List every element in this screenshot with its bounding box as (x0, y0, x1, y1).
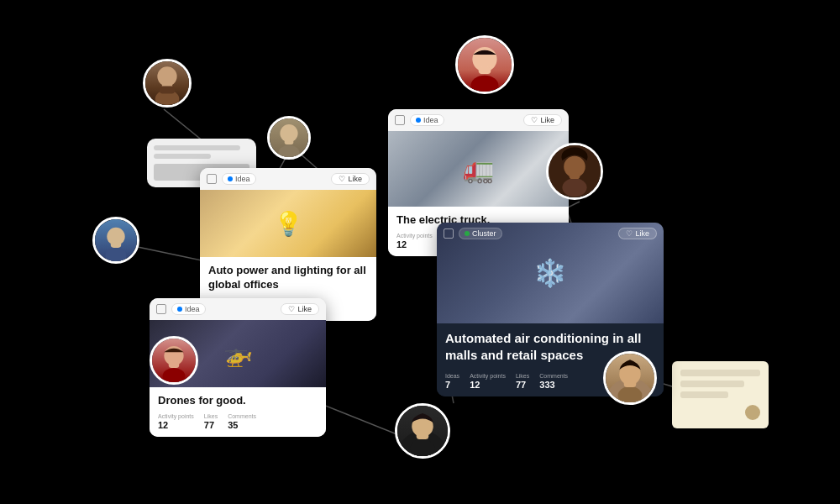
label-ac-ideas: Ideas (445, 373, 459, 379)
label-drones-likes: Likes (204, 413, 218, 419)
woman-afro-face (549, 145, 601, 197)
card-truck-header: Idea ♡ Like (388, 109, 569, 131)
svg-rect-19 (479, 67, 491, 74)
label-truck-activity: Activity points (396, 233, 433, 239)
card-drones-title: Drones for good. (158, 394, 318, 408)
mini-card-bottomright (672, 361, 769, 428)
svg-rect-23 (570, 173, 580, 179)
value-ac-activity: 12 (470, 380, 506, 390)
stat-ac-ideas: Ideas 7 (445, 373, 459, 390)
value-truck-activity: 12 (396, 239, 433, 249)
card-lighting-image (200, 190, 376, 257)
card-lighting-header: Idea ♡ Like (200, 168, 376, 190)
card-drones-body: Drones for good. Activity points 12 Like… (150, 387, 326, 437)
bearded-man-face (145, 61, 189, 105)
older-man-face (270, 118, 308, 157)
receipt-bar-2 (680, 381, 744, 387)
cluster-dot-ac (465, 231, 470, 236)
stat-ac-likes: Likes 77 (516, 373, 529, 390)
receipt-bar-1 (680, 370, 760, 376)
checkbox-ac[interactable] (444, 228, 454, 239)
svg-point-36 (618, 386, 643, 405)
stat-drones-activity: Activity points 12 (158, 413, 194, 430)
card-ac-header: Cluster ♡ Like (437, 223, 664, 244)
idea-dot-truck (416, 118, 421, 123)
svg-rect-37 (624, 381, 637, 387)
heart-icon-lighting: ♡ (339, 175, 345, 183)
svg-point-10 (157, 66, 176, 86)
checkbox-lighting[interactable] (207, 174, 217, 184)
svg-point-22 (562, 178, 586, 197)
value-drones-comments: 35 (228, 420, 256, 430)
svg-point-18 (471, 76, 499, 94)
tag-ac: Cluster (459, 228, 502, 239)
idea-dot-lighting (228, 176, 233, 181)
stat-drones-likes: Likes 77 (204, 413, 218, 430)
svg-rect-29 (111, 242, 122, 248)
like-button-drones[interactable]: ♡ Like (281, 303, 319, 315)
avatar-woman-afro (546, 143, 603, 200)
svg-rect-13 (160, 87, 175, 94)
like-button-lighting[interactable]: ♡ Like (331, 173, 370, 185)
mini-bar-1 (154, 145, 240, 150)
card-lighting-title: Auto power and lighting for all global o… (208, 264, 368, 292)
avatar-smiling-woman-top (455, 35, 514, 94)
receipt-bar-3 (680, 391, 728, 398)
heart-icon-drones: ♡ (288, 305, 295, 313)
woman-red-face (152, 339, 196, 382)
card-drones-header: Idea ♡ Like (150, 298, 326, 320)
card-truck-image (388, 131, 569, 207)
heart-icon-ac: ♡ (626, 229, 633, 238)
tag-lighting: Idea (222, 173, 256, 185)
woman-hoodie-face (95, 219, 137, 261)
svg-point-15 (279, 145, 300, 160)
stat-drones-comments: Comments 35 (228, 413, 256, 430)
checkbox-drones[interactable] (156, 304, 166, 314)
asian-man-face (397, 406, 448, 456)
value-ac-ideas: 7 (445, 380, 459, 390)
idea-dot-drones (177, 307, 182, 312)
avatar-older-man (267, 116, 311, 160)
label-ac-comments: Comments (539, 373, 568, 379)
dark-man-face (606, 354, 654, 402)
value-drones-likes: 77 (204, 420, 218, 430)
label-drones-activity: Activity points (158, 413, 194, 419)
avatar-asian-man (395, 403, 450, 459)
heart-icon-truck: ♡ (531, 116, 538, 124)
tag-truck: Idea (410, 114, 444, 126)
value-ac-likes: 77 (516, 380, 529, 390)
svg-point-32 (410, 439, 434, 458)
svg-rect-16 (285, 139, 294, 144)
avatar-woman-red (150, 336, 198, 385)
avatar-dark-man (603, 351, 657, 405)
stat-ac-comments: Comments 333 (539, 373, 568, 390)
svg-point-28 (106, 247, 127, 264)
card-drones-stats: Activity points 12 Likes 77 Comments 35 (158, 413, 318, 430)
label-drones-comments: Comments (228, 413, 256, 419)
label-ac-likes: Likes (516, 373, 529, 379)
value-drones-activity: 12 (158, 420, 194, 430)
stat-truck-activity: Activity points 12 (396, 233, 433, 249)
label-ac-activity: Activity points (470, 373, 506, 379)
svg-rect-33 (417, 433, 429, 439)
like-button-truck[interactable]: ♡ Like (523, 114, 562, 126)
tag-drones: Idea (171, 303, 206, 315)
avatar-woman-hoodie (92, 217, 139, 264)
svg-point-25 (163, 368, 186, 385)
avatar-bearded-man (143, 59, 192, 108)
receipt-avatar (745, 405, 760, 420)
stat-ac-activity: Activity points 12 (470, 373, 506, 390)
smiling-woman-top-face (458, 38, 512, 92)
like-button-ac[interactable]: ♡ Like (618, 228, 657, 239)
value-ac-comments: 333 (539, 380, 568, 390)
svg-rect-26 (169, 362, 180, 368)
mini-bar-2 (154, 154, 211, 159)
svg-line-8 (319, 403, 403, 437)
checkbox-truck[interactable] (395, 115, 405, 125)
